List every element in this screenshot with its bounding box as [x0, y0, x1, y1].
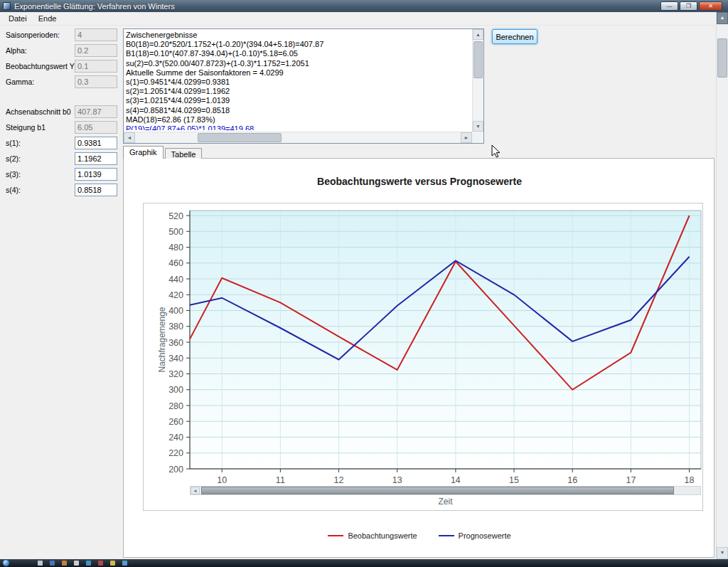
x-tick-label: 13 [392, 475, 402, 485]
legend-label: Beobachtungswerte [348, 531, 417, 540]
steigung-b1-input[interactable] [75, 121, 117, 134]
s4-input[interactable] [75, 184, 117, 196]
window-title: Exponentielle Glättung: Verfahren von Wi… [14, 2, 175, 11]
gamma-input[interactable] [75, 75, 117, 88]
chart-widget: 2002202402602803003203403603804004204404… [143, 203, 703, 511]
legend-line-icon [328, 535, 343, 536]
scroll-up-icon[interactable]: ▲ [473, 29, 483, 40]
scroll-left-icon[interactable]: ◄ [124, 132, 135, 143]
y-tick-label: 500 [168, 227, 183, 237]
chart-scrollbar[interactable]: ◄ [190, 486, 701, 495]
s1-input[interactable] [75, 137, 117, 149]
menu-item-ende[interactable]: Ende [33, 13, 63, 24]
s2-label: s(2): [6, 154, 21, 163]
tab-tabelle[interactable]: Tabelle [165, 148, 203, 159]
results-hscroll-track[interactable] [135, 132, 461, 143]
result-line-0: Zwischenergebnisse [126, 31, 471, 40]
scroll-down-icon[interactable]: ▼ [473, 121, 483, 132]
achsenabschnitt-b0-label: Achsenabschnitt b0 [6, 107, 71, 116]
result-line-4: Aktuelle Summe der Saisonfaktoren = 4.02… [126, 68, 471, 78]
s1-label: s(1): [6, 139, 21, 147]
saisonperioden-label: Saisonperioden: [6, 31, 60, 39]
saisonperioden-input[interactable] [75, 28, 117, 41]
y-tick-label: 480 [168, 243, 183, 253]
maximize-button[interactable]: ❐ [680, 1, 697, 11]
taskbar-icon[interactable] [74, 561, 79, 566]
taskbar-icon[interactable] [62, 561, 67, 566]
taskbar-icon[interactable] [50, 561, 55, 566]
x-tick-label: 14 [451, 475, 461, 485]
tab-graphik[interactable]: Graphik [123, 146, 164, 159]
window-scroll-up-icon[interactable]: ▲ [717, 12, 728, 24]
x-tick-label: 17 [626, 475, 636, 485]
beobachtungswert-y19-input[interactable] [75, 60, 117, 73]
legend-label: Prognosewerte [459, 531, 511, 540]
results-box[interactable]: ZwischenergebnisseB0(18)=0.20*520/1.1752… [123, 28, 484, 144]
s2-input[interactable] [75, 152, 117, 165]
taskbar[interactable] [0, 559, 728, 567]
legend-item-beobachtungswerte: Beobachtungswerte [328, 531, 417, 540]
taskbar-icon[interactable] [86, 561, 91, 566]
taskbar-icon[interactable] [122, 561, 127, 566]
chart-scroll-thumb[interactable] [201, 487, 674, 494]
tab-strip: GraphikTabelle [123, 146, 203, 159]
result-line-3: su(2)=0.3*(520.00/407.8723)+(1-0.3)*1.17… [126, 59, 471, 68]
y-tick-label: 440 [168, 275, 183, 285]
y-tick-label: 340 [168, 354, 183, 364]
app-icon [3, 2, 11, 10]
close-button[interactable]: ✕ [699, 1, 722, 11]
y-tick-label: 260 [168, 417, 183, 427]
window-controls: — ❐ ✕ [660, 1, 725, 11]
x-tick-label: 12 [334, 475, 344, 485]
graphik-tab-panel: Beobachtungswerte versus Prognosewerte 2… [123, 158, 714, 558]
s3-input[interactable] [75, 168, 117, 181]
minimize-button[interactable]: — [660, 1, 678, 11]
results-hscroll-thumb[interactable] [198, 133, 282, 142]
start-button[interactable] [3, 560, 9, 566]
alpha-input[interactable] [75, 44, 117, 57]
s4-label: s(4): [6, 186, 21, 194]
taskbar-icon[interactable] [110, 561, 115, 566]
window-vscroll-thumb[interactable] [717, 38, 727, 78]
x-tick-label: 18 [685, 475, 695, 485]
y-tick-label: 380 [168, 322, 183, 332]
taskbar-items [38, 561, 127, 566]
titlebar: Exponentielle Glättung: Verfahren von Wi… [0, 0, 728, 12]
results-vscrollbar[interactable]: ▲ ▼ [472, 29, 483, 132]
window-vscrollbar[interactable]: ▲ ▼ [716, 12, 728, 559]
taskbar-icon[interactable] [38, 561, 43, 566]
menu-item-datei[interactable]: Datei [3, 13, 33, 24]
result-line-1: B0(18)=0.20*520/1.1752+(1-0.20)*(394.04+… [126, 40, 471, 49]
result-line-2: B1(18)=0.10*(407.87-394.04)+(1-0.10)*5.1… [126, 49, 471, 58]
window-vscroll-track[interactable] [717, 24, 728, 547]
scroll-right-icon[interactable]: ► [461, 132, 472, 143]
legend-item-prognosewerte: Prognosewerte [439, 531, 511, 540]
result-line-6: s(2)=1.2051*4/4.0299=1.1962 [126, 87, 471, 96]
results-vscroll-track[interactable] [473, 40, 483, 121]
taskbar-icon[interactable] [98, 561, 103, 566]
parameter-panel: Saisonperioden:Alpha:Beobachtungswert Y(… [0, 26, 122, 239]
scrollbar-corner [472, 132, 483, 143]
achsenabschnitt-b0-input[interactable] [75, 105, 117, 118]
berechnen-button[interactable]: Berechnen [492, 29, 537, 44]
results-hscrollbar[interactable]: ◄ ► [124, 132, 472, 143]
legend-line-icon [439, 535, 454, 536]
y-tick-label: 360 [168, 338, 183, 348]
y-tick-label: 320 [168, 369, 183, 379]
alpha-label: Alpha: [6, 46, 27, 55]
chart-title: Beobachtungswerte versus Prognosewerte [143, 176, 696, 187]
result-line-10: P(19)=(407.87+6.05)*1.0139=419.68 [126, 124, 471, 130]
chart-scroll-left-icon[interactable]: ◄ [191, 487, 200, 494]
x-tick-label: 10 [217, 475, 227, 485]
result-line-9: MAD(18)=62.86 (17.83%) [126, 115, 471, 124]
result-line-5: s(1)=0.9451*4/4.0299=0.9381 [126, 78, 471, 87]
chart-scroll-track[interactable] [200, 487, 700, 494]
screen: { "window": { "title": "Exponentielle Gl… [0, 0, 728, 567]
results-vscroll-thumb[interactable] [473, 41, 483, 78]
y-axis-title: Nachfragemenge [157, 307, 167, 372]
y-tick-label: 400 [168, 306, 183, 316]
x-tick-label: 11 [276, 475, 285, 485]
steigung-b1-label: Steigung b1 [6, 123, 46, 132]
window-scroll-down-icon[interactable]: ▼ [717, 547, 728, 559]
x-tick-label: 15 [509, 475, 519, 485]
